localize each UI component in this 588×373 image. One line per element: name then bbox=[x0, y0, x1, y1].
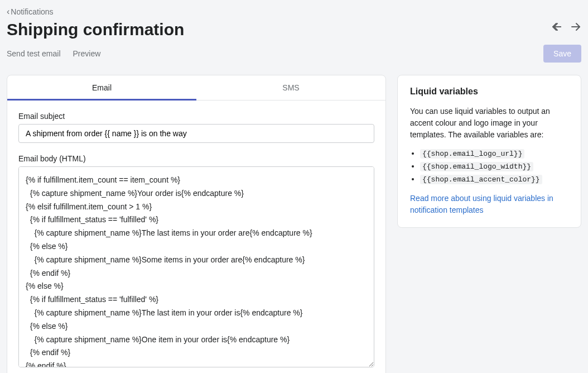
list-item: {{shop.email_logo_url}} bbox=[420, 149, 568, 158]
liquid-variables-list: {{shop.email_logo_url}} {{shop.email_log… bbox=[410, 149, 568, 184]
nav-arrows bbox=[551, 20, 581, 35]
editor-card: Email SMS Email subject Email body (HTML… bbox=[7, 75, 386, 373]
tab-email[interactable]: Email bbox=[7, 75, 196, 100]
email-subject-label: Email subject bbox=[18, 112, 374, 121]
liquid-var-code: {{shop.email_logo_url}} bbox=[420, 149, 524, 159]
list-item: {{shop.email_logo_width}} bbox=[420, 161, 568, 171]
tabs: Email SMS bbox=[7, 75, 385, 101]
liquid-help-link[interactable]: Read more about using liquid variables i… bbox=[410, 194, 553, 214]
prev-arrow-icon[interactable] bbox=[551, 21, 562, 35]
chevron-left-icon: ‹ bbox=[7, 7, 9, 17]
liquid-variables-title: Liquid variables bbox=[410, 87, 568, 97]
email-body-label: Email body (HTML) bbox=[18, 154, 374, 163]
preview-link[interactable]: Preview bbox=[73, 49, 101, 58]
save-button[interactable]: Save bbox=[543, 45, 581, 63]
liquid-variables-card: Liquid variables You can use liquid vari… bbox=[397, 75, 581, 228]
next-arrow-icon[interactable] bbox=[570, 21, 581, 35]
email-subject-input[interactable] bbox=[18, 124, 374, 143]
liquid-var-code: {{shop.email_logo_width}} bbox=[420, 162, 533, 171]
page-title: Shipping confirmation bbox=[7, 20, 184, 39]
tab-sms[interactable]: SMS bbox=[196, 75, 385, 100]
liquid-variables-description: You can use liquid variables to output a… bbox=[410, 106, 568, 141]
breadcrumb[interactable]: ‹ Notifications bbox=[7, 7, 54, 17]
list-item: {{shop.email_accent_color}} bbox=[420, 174, 568, 184]
liquid-var-code: {{shop.email_accent_color}} bbox=[420, 175, 542, 184]
send-test-email-link[interactable]: Send test email bbox=[7, 49, 61, 58]
breadcrumb-label: Notifications bbox=[11, 7, 53, 16]
email-body-textarea[interactable] bbox=[18, 166, 374, 367]
